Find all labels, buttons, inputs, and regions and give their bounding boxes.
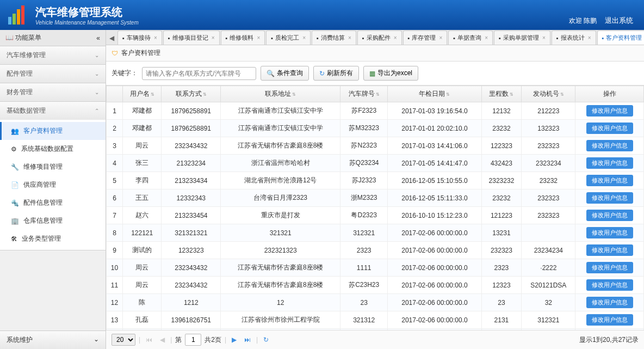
reload-button[interactable]: ↻: [261, 335, 271, 345]
table-row[interactable]: 11周云232343432江苏省无锡市怀古豪庭8座8楼苏C23H232017-0…: [107, 277, 644, 294]
cell: 江苏省南通市江安镇江安中学: [221, 120, 340, 137]
cell: 重庆市是打发: [221, 207, 340, 224]
accordion-header[interactable]: 财务管理⌄: [0, 83, 106, 101]
cell: 232323: [481, 242, 522, 259]
logo-icon: [8, 5, 27, 25]
table-row[interactable]: 1邓建都18796258891江苏省南通市江安镇江安中学苏F23232017-0…: [107, 102, 644, 120]
nav-item[interactable]: ⚙系统基础数据配置: [0, 140, 106, 158]
table-row[interactable]: 81221213213213213213213123212017-02-06 0…: [107, 224, 644, 242]
nav-item[interactable]: 📄供应商管理: [0, 176, 106, 194]
close-icon[interactable]: ×: [485, 35, 488, 41]
edit-user-button[interactable]: 修改用户信息: [586, 279, 633, 291]
search-button[interactable]: 🔍条件查询: [261, 66, 309, 81]
export-button[interactable]: ▦导出为excel: [363, 66, 418, 81]
table-row[interactable]: 13孔磊13961826751江苏省徐州市徐州工程学院3213122017-02…: [107, 311, 644, 329]
edit-user-button[interactable]: 修改用户信息: [586, 262, 633, 273]
column-header[interactable]: 联系方式⇅: [162, 86, 221, 102]
nav-item[interactable]: 🔧维修项目管理: [0, 158, 106, 176]
column-header[interactable]: [107, 86, 123, 102]
cell: 12: [221, 294, 340, 311]
cell: 周云: [123, 259, 162, 277]
nav-item[interactable]: 🏢仓库信息管理: [0, 212, 106, 230]
column-header[interactable]: 年检日期⇅: [388, 86, 481, 102]
cell: 周云: [123, 137, 162, 155]
accordion-header[interactable]: 汽车维修管理⌄: [0, 46, 106, 64]
last-page-button[interactable]: ⏭: [242, 335, 253, 345]
cell: 2017-01-05 14:41:47.0: [388, 155, 481, 172]
cell: 2017-02-06 00:00:00.0: [388, 242, 481, 259]
close-icon[interactable]: ×: [302, 35, 306, 41]
column-header[interactable]: 汽车牌号⇅: [340, 86, 388, 102]
close-icon[interactable]: ×: [212, 35, 215, 41]
collapse-sidebar-icon[interactable]: «: [96, 34, 100, 42]
tab[interactable]: ▪采购配件×: [357, 30, 402, 45]
tab-icon: ▪: [556, 35, 559, 41]
first-page-button[interactable]: ⏮: [144, 335, 154, 345]
parts-icon: 🔩: [11, 199, 19, 207]
edit-user-button[interactable]: 修改用户信息: [586, 227, 633, 238]
tab[interactable]: ▪消费结算×: [312, 30, 356, 45]
nav-item[interactable]: 🔩配件信息管理: [0, 194, 106, 212]
tab[interactable]: ▪采购单据管理×: [494, 30, 550, 45]
prev-page-button[interactable]: ◀: [158, 335, 167, 345]
cell: 8: [107, 224, 123, 242]
cell: 2017-02-06 00:00:00.0: [388, 294, 481, 311]
tab[interactable]: ▪报表统计×: [552, 30, 596, 45]
table-row[interactable]: 12陈121212232017-02-06 00:00:00.02332修改用户…: [107, 294, 644, 311]
tab[interactable]: ▪质检完工×: [266, 30, 311, 45]
edit-user-button[interactable]: 修改用户信息: [586, 210, 633, 221]
tab[interactable]: ▪客户资料管理×: [597, 30, 645, 45]
page-input[interactable]: [185, 334, 201, 346]
tab[interactable]: ▪维修项目登记×: [163, 30, 220, 45]
next-page-button[interactable]: ▶: [230, 335, 239, 345]
edit-user-button[interactable]: 修改用户信息: [586, 192, 633, 204]
nav-item[interactable]: 🛠业务类型管理: [0, 230, 106, 248]
tab-scroll-left[interactable]: ◀: [106, 32, 117, 45]
logout-link[interactable]: 退出系统: [605, 16, 633, 26]
accordion-header[interactable]: 配件管理⌄: [0, 65, 106, 83]
close-icon[interactable]: ×: [542, 35, 546, 41]
table-row[interactable]: 6王五12332343台湾省日月潭2323浙M23232016-12-05 15…: [107, 189, 644, 207]
tab[interactable]: ▪库存管理×: [403, 30, 448, 45]
page-size-select[interactable]: 20: [112, 334, 135, 346]
edit-user-button[interactable]: 修改用户信息: [586, 314, 633, 326]
tab[interactable]: ▪车辆接待×: [117, 30, 162, 45]
close-icon[interactable]: ×: [154, 35, 157, 41]
table-row[interactable]: 7赵六213233454重庆市是打发粤D23232016-10-10 15:12…: [107, 207, 644, 224]
nav-item[interactable]: 👥客户资料管理: [0, 122, 106, 140]
cell: 23232: [522, 172, 575, 189]
close-icon[interactable]: ×: [348, 35, 351, 41]
edit-user-button[interactable]: 修改用户信息: [586, 244, 633, 256]
column-header[interactable]: 里程数⇅: [481, 86, 522, 102]
table-row[interactable]: 3周云232343432江苏省无锡市怀古豪庭8座8楼苏N23232017-01-…: [107, 137, 644, 155]
edit-user-button[interactable]: 修改用户信息: [586, 123, 633, 134]
table-row[interactable]: 5李四213233434湖北省荆州市沧浪路12号苏J23232016-12-05…: [107, 172, 644, 189]
accordion-header[interactable]: 基础数据管理⌃: [0, 102, 106, 120]
close-icon[interactable]: ×: [394, 35, 397, 41]
sidebar-footer-item[interactable]: 系统维护 ⌄: [0, 330, 106, 349]
close-icon[interactable]: ×: [588, 35, 591, 41]
cell-action: 修改用户信息: [575, 242, 644, 259]
close-icon[interactable]: ×: [257, 35, 260, 41]
keyword-input[interactable]: [142, 67, 256, 80]
cell: 孔磊: [123, 311, 162, 329]
table-row[interactable]: 4张三21323234浙江省温州市哈哈村苏Q232342017-01-05 14…: [107, 155, 644, 172]
close-icon[interactable]: ×: [439, 35, 442, 41]
refresh-button[interactable]: ↻刷新所有: [313, 66, 359, 81]
edit-user-button[interactable]: 修改用户信息: [586, 175, 633, 186]
edit-user-button[interactable]: 修改用户信息: [586, 157, 633, 169]
table-row[interactable]: 2邓建都18796258891江苏省南通市江安镇江安中学苏M323232017-…: [107, 120, 644, 137]
cell: 2323234: [522, 155, 575, 172]
table-row[interactable]: 10周云232343432江苏省无锡市怀古豪庭8座8楼11112017-02-0…: [107, 259, 644, 277]
column-header[interactable]: 发动机号⇅: [522, 86, 575, 102]
tab[interactable]: ▪单据查询×: [448, 30, 493, 45]
edit-user-button[interactable]: 修改用户信息: [586, 105, 633, 117]
edit-user-button[interactable]: 修改用户信息: [586, 297, 633, 308]
column-header[interactable]: 操作: [575, 86, 644, 102]
column-header[interactable]: 用户名⇅: [123, 86, 162, 102]
table-row[interactable]: 9测试的123232323232132323232017-02-06 00:00…: [107, 242, 644, 259]
edit-user-button[interactable]: 修改用户信息: [586, 140, 633, 151]
chevron-down-icon: ⌄: [94, 335, 99, 345]
column-header[interactable]: 联系地址⇅: [221, 86, 340, 102]
tab[interactable]: ▪维修领料×: [221, 30, 265, 45]
